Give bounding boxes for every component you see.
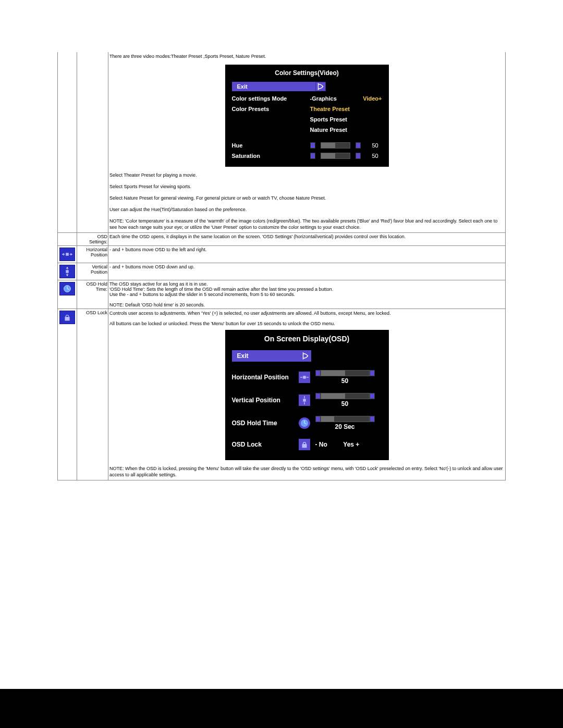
color-mode-label: Color settings Mode xyxy=(232,95,310,102)
slider-minus-icon xyxy=(315,370,321,376)
osd2-hold-value: 20 Sec xyxy=(321,423,369,430)
hold-line3: Use the - and + buttons to adjust the sl… xyxy=(109,292,504,297)
osd2-lock-yes: Yes + xyxy=(343,441,359,448)
lock-icon xyxy=(299,439,310,450)
osd2-hpos-label: Horizontal Position xyxy=(232,374,299,381)
osd2-hold-slider[interactable] xyxy=(321,416,370,422)
color-mode-row[interactable]: Color settings Mode -Graphics Video+ xyxy=(229,93,385,104)
preset-sports: Sports Preset xyxy=(310,116,348,122)
saturation-value: 50 xyxy=(372,153,378,159)
hold-icon-cell xyxy=(58,280,77,309)
saturation-slider[interactable] xyxy=(321,153,350,159)
saturation-row[interactable]: Saturation 50 xyxy=(229,151,385,161)
clock-icon xyxy=(59,282,75,295)
osd2-exit-row[interactable]: Exit xyxy=(229,346,385,366)
osd2-vpos-value: 50 xyxy=(321,400,369,408)
preset-sports-row[interactable]: Sports Preset xyxy=(229,114,385,125)
osd2-vpos-row[interactable]: Vertical Position 50 xyxy=(229,389,385,412)
osd-settings-label: OSD Settings: xyxy=(77,233,108,246)
hue-value: 50 xyxy=(372,142,378,149)
lock-label: OSD Lock xyxy=(77,309,108,480)
video-modes-intro: There are three video modes:Theater Pres… xyxy=(109,53,504,59)
hue-row[interactable]: Hue 50 xyxy=(229,140,385,151)
vpos-label: Vertical Position xyxy=(77,263,108,280)
hue-sat-desc: User can adjust the Hue(Tint)/Saturation… xyxy=(109,206,504,213)
exit-icon xyxy=(300,350,311,362)
preset-nature-row[interactable]: Nature Preset xyxy=(229,125,385,135)
slider-plus-icon xyxy=(370,416,375,422)
exit-label: Exit xyxy=(232,82,315,91)
hold-label: OSD Hold Time: xyxy=(77,280,108,309)
osd2-hpos-value: 50 xyxy=(321,377,369,385)
osd2-hpos-row[interactable]: Horizontal Position 50 xyxy=(229,366,385,389)
lock-line1: Controls user access to adjustments. Whe… xyxy=(109,310,504,316)
slider-minus-icon xyxy=(315,393,321,399)
vertical-position-icon xyxy=(59,265,75,278)
hue-slider[interactable] xyxy=(321,142,350,149)
nature-desc: Select Nature Preset for general viewing… xyxy=(109,195,504,201)
color-settings-osd-panel: Color Settings(Video) Exit Color setting… xyxy=(225,65,389,167)
osd2-exit-label: Exit xyxy=(232,350,300,362)
hold-note: NOTE: Default 'OSD hold time' is 20 seco… xyxy=(109,302,504,307)
color-presets-label: Color Presets xyxy=(232,106,310,112)
lock-icon-cell xyxy=(58,309,77,480)
osd-settings-panel: On Screen Display(OSD) Exit Horizontal P… xyxy=(225,330,389,460)
preset-nature: Nature Preset xyxy=(310,127,348,133)
osd2-hold-label: OSD Hold Time xyxy=(232,419,299,427)
slider-minus-icon xyxy=(315,416,321,422)
hold-line1: The OSD stays active for as long as it i… xyxy=(109,281,504,287)
slider-plus-icon xyxy=(370,370,375,376)
osd-settings-text: Each time the OSD opens, it displays in … xyxy=(108,233,506,246)
svg-rect-7 xyxy=(302,444,307,448)
saturation-label: Saturation xyxy=(232,153,310,159)
settings-table: There are three video modes:Theater Pres… xyxy=(57,52,506,480)
hpos-label: Horizontal Position xyxy=(77,246,108,263)
hpos-text: - and + buttons move OSD to the left and… xyxy=(108,246,506,263)
hold-content: The OSD stays active for as long as it i… xyxy=(108,280,506,309)
svg-rect-0 xyxy=(66,253,69,256)
svg-rect-3 xyxy=(65,317,69,320)
svg-rect-1 xyxy=(66,270,69,273)
color-settings-content: There are three video modes:Theater Pres… xyxy=(108,52,506,233)
osd2-lock-no: - No xyxy=(315,441,327,448)
osd2-lock-label: OSD Lock xyxy=(232,441,299,448)
color-mode-graphics: -Graphics xyxy=(310,95,337,102)
slider-plus-icon xyxy=(356,153,361,159)
slider-minus-icon xyxy=(310,142,315,149)
osd-exit-row[interactable]: Exit xyxy=(229,80,385,93)
osd2-vpos-slider[interactable] xyxy=(321,393,370,399)
color-temp-note: NOTE: 'Color temperature' is a measure o… xyxy=(109,218,504,230)
svg-rect-4 xyxy=(303,376,305,378)
osd-title: Color Settings(Video) xyxy=(229,67,385,80)
svg-rect-5 xyxy=(303,399,305,401)
osd2-hpos-slider[interactable] xyxy=(321,370,370,376)
exit-icon xyxy=(315,82,326,91)
vpos-text: - and + buttons move OSD down and up. xyxy=(108,263,506,280)
lock-line2: All buttons can be locked or unlocked. P… xyxy=(109,320,504,327)
horizontal-position-icon xyxy=(59,248,75,261)
osd-settings-icon-cell xyxy=(58,233,77,246)
horizontal-position-icon xyxy=(299,372,310,383)
vertical-position-icon xyxy=(299,394,310,406)
lock-note: NOTE: When the OSD is locked, pressing t… xyxy=(109,465,504,478)
slider-plus-icon xyxy=(370,393,375,399)
hue-label: Hue xyxy=(232,142,310,149)
osd2-hold-row[interactable]: OSD Hold Time 20 Sec xyxy=(229,412,385,435)
lock-icon xyxy=(59,311,75,324)
color-presets-row[interactable]: Color Presets Theatre Preset xyxy=(229,104,385,114)
preset-theatre: Theatre Preset xyxy=(310,106,350,112)
clock-icon xyxy=(299,417,310,429)
osd2-title: On Screen Display(OSD) xyxy=(229,332,385,346)
label-col xyxy=(77,52,108,233)
slider-minus-icon xyxy=(310,153,315,159)
sports-desc: Select Sports Preset for viewing sports. xyxy=(109,183,504,190)
slider-plus-icon xyxy=(356,142,361,149)
theater-desc: Select Theater Preset for playing a movi… xyxy=(109,172,504,178)
vpos-icon-cell xyxy=(58,263,77,280)
color-mode-active: Video+ xyxy=(363,95,382,102)
osd2-vpos-label: Vertical Position xyxy=(232,397,299,404)
icon-col xyxy=(58,52,77,233)
lock-content: Controls user access to adjustments. Whe… xyxy=(108,309,506,480)
hold-line2: 'OSD Hold Time': Sets the length of time… xyxy=(109,287,504,292)
osd2-lock-row[interactable]: OSD Lock - No Yes + xyxy=(229,435,385,454)
